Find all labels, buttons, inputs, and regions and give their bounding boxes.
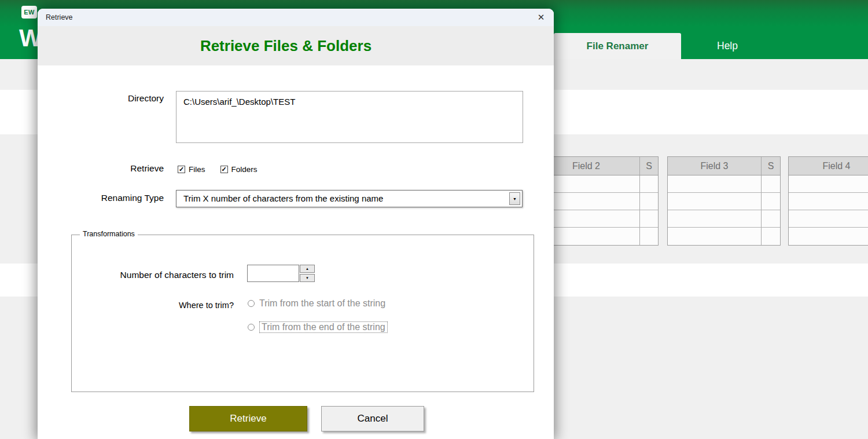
radio-trim-start[interactable]: Trim from the start of the string	[248, 298, 385, 309]
directory-input[interactable]: C:\Users\arif_\Desktop\TEST	[176, 91, 523, 143]
table-field-4: Field 4 S	[788, 156, 868, 246]
retrieve-label: Retrieve	[38, 163, 164, 174]
radio-icon[interactable]	[248, 300, 255, 307]
table-row[interactable]	[668, 175, 780, 193]
dialog-titlebar[interactable]: Retrieve ✕	[38, 9, 554, 26]
checkbox-checked-icon[interactable]: ✓	[220, 166, 228, 173]
dialog-heading-band: Retrieve Files & Folders	[38, 26, 554, 65]
tab-help[interactable]: Help	[681, 33, 774, 59]
tab-file-renamer[interactable]: File Renamer	[554, 33, 681, 59]
table-row[interactable]	[668, 210, 780, 228]
where-to-trim-label: Where to trim?	[38, 301, 234, 310]
retrieve-checkbox-group: ✓ Files ✓ Folders	[178, 165, 258, 174]
column-header-field-4: Field 4	[789, 157, 868, 175]
app-logo: EW	[21, 6, 37, 19]
spinner-up-icon[interactable]: ▲	[300, 265, 315, 273]
directory-label: Directory	[38, 93, 164, 104]
radio-icon[interactable]	[248, 324, 255, 331]
chevron-down-icon[interactable]: ▼	[509, 192, 520, 205]
radio-trim-end[interactable]: Trim from the end of the string	[248, 321, 388, 333]
spinner-down-icon[interactable]: ▼	[300, 274, 315, 282]
cancel-button[interactable]: Cancel	[321, 406, 424, 431]
retrieve-button[interactable]: Retrieve	[189, 406, 307, 431]
table-row[interactable]	[668, 193, 780, 210]
transformations-legend: Transformations	[80, 230, 138, 238]
table-row[interactable]	[789, 210, 868, 228]
transformations-groupbox: Transformations	[71, 235, 534, 392]
dialog-title: Retrieve	[46, 13, 73, 21]
radio-trim-end-label: Trim from the end of the string	[259, 321, 388, 333]
table-row[interactable]	[668, 228, 780, 245]
table-row[interactable]	[789, 175, 868, 193]
trim-count-input[interactable]	[247, 265, 299, 282]
table-row[interactable]	[789, 228, 868, 245]
table-field-3: Field 3 S	[667, 156, 781, 246]
files-checkbox-label: Files	[189, 165, 205, 174]
renaming-type-selected-value: Trim X number of characters from the exi…	[183, 191, 383, 207]
retrieve-dialog: Retrieve ✕ Retrieve Files & Folders Dire…	[38, 9, 554, 439]
renaming-type-label: Renaming Type	[38, 193, 164, 203]
table-row[interactable]	[789, 193, 868, 210]
renaming-type-dropdown[interactable]: Trim X number of characters from the exi…	[176, 190, 523, 207]
screen: EW W File Renamer Help Field 2 S Field 3…	[0, 0, 868, 439]
dialog-heading: Retrieve Files & Folders	[200, 37, 372, 55]
folders-checkbox-label: Folders	[231, 165, 258, 174]
folders-checkbox[interactable]: ✓ Folders	[220, 165, 258, 174]
column-header-field-3: Field 3	[668, 157, 761, 175]
close-icon[interactable]: ✕	[535, 12, 547, 23]
trim-count-spinner: ▲ ▼	[247, 265, 315, 282]
column-header-s: S	[639, 157, 658, 175]
trim-count-label: Number of characters to trim	[38, 270, 234, 280]
radio-trim-start-label: Trim from the start of the string	[259, 298, 385, 309]
column-header-s: S	[761, 157, 780, 175]
files-checkbox[interactable]: ✓ Files	[178, 165, 205, 174]
checkbox-checked-icon[interactable]: ✓	[178, 166, 185, 173]
